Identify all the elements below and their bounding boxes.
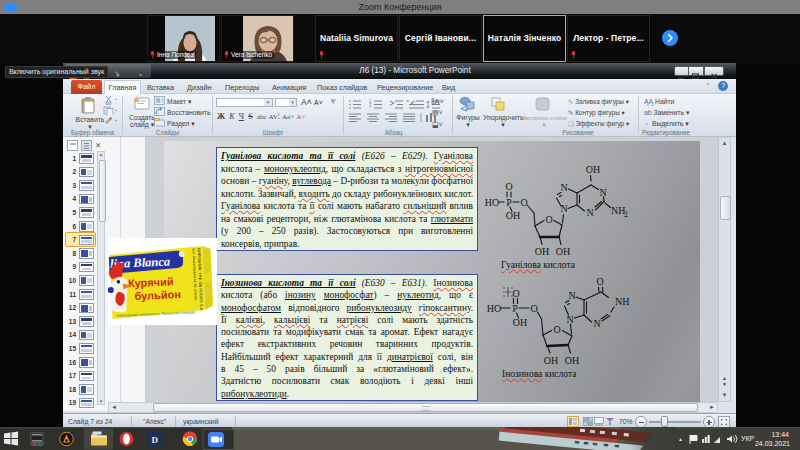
svg-text:13:44: 13:44 (771, 431, 789, 438)
svg-text:N: N (560, 182, 567, 193)
svg-text:OH: OH (544, 355, 558, 366)
svg-text:N: N (568, 290, 575, 301)
svg-text:OH: OH (535, 246, 549, 257)
svg-text:O: O (545, 214, 552, 225)
svg-text:24.03.2021: 24.03.2021 (755, 440, 790, 447)
svg-text:O: O (505, 181, 512, 192)
svg-text:OH: OH (513, 317, 527, 328)
svg-text:2: 2 (624, 210, 628, 219)
svg-text:N: N (593, 318, 600, 329)
svg-text:HO: HO (487, 303, 501, 314)
svg-text:HO: HO (485, 197, 499, 208)
svg-text:▴: ▴ (679, 436, 682, 442)
svg-text:OH: OH (556, 246, 570, 257)
svg-text:2: 2 (369, 103, 372, 108)
svg-text:P: P (506, 197, 512, 208)
svg-text:O: O (596, 276, 603, 287)
svg-text:NH: NH (615, 296, 629, 307)
svg-text:OH: OH (565, 355, 579, 366)
svg-text:O: O (520, 197, 527, 208)
svg-text:УКР: УКР (741, 435, 755, 442)
svg-text:бульйон: бульйон (134, 288, 181, 302)
svg-text:Курячий: Курячий (128, 275, 174, 289)
svg-text:321: 321 (32, 441, 41, 447)
svg-text:N: N (599, 187, 606, 198)
svg-text:N: N (560, 203, 567, 214)
svg-text:D: D (152, 435, 159, 445)
svg-text:P: P (512, 303, 518, 314)
svg-text:OH: OH (506, 210, 520, 221)
svg-text:N: N (586, 207, 593, 218)
svg-text:O: O (530, 303, 537, 314)
svg-text:N: N (566, 314, 573, 325)
svg-text:O: O (553, 324, 560, 335)
svg-text:OH: OH (586, 164, 600, 175)
